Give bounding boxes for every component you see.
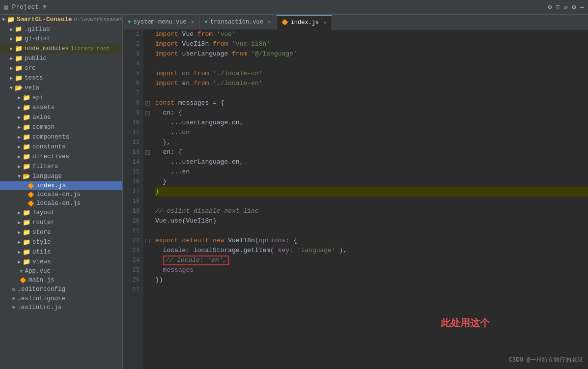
- code-line-19: // eslint-disable-next-line: [155, 206, 588, 216]
- tree-item-indexjs[interactable]: 🔶 index.js: [0, 181, 122, 190]
- ln-17: 17: [123, 187, 140, 197]
- dropdown-arrow: ▼: [43, 3, 47, 11]
- tree-item-filters[interactable]: ▶ 📁 filters: [0, 162, 122, 171]
- tree-item-api[interactable]: ▶ 📁 api: [0, 93, 122, 103]
- tree-item-gitlab[interactable]: ▶ 📁 .gitlab: [0, 25, 122, 34]
- tree-item-eslintrc[interactable]: ● .eslintrc.js: [0, 303, 122, 312]
- code-line-7: [155, 88, 588, 98]
- tab-transaction[interactable]: ▼ transaction.vue ✕: [199, 15, 276, 29]
- ln-19: 19: [123, 206, 140, 216]
- systemmenu-vue-icon: ▼: [128, 19, 131, 25]
- ln-6: 6: [123, 79, 140, 88]
- ln-24: 24: [123, 255, 140, 265]
- code-line-17: }: [155, 187, 588, 197]
- sort-icon[interactable]: ⇌: [564, 3, 568, 11]
- code-line-9: cn: {: [155, 108, 588, 118]
- tree-item-assets[interactable]: ▶ 📁 assets: [0, 103, 122, 113]
- assets-label: assets: [32, 104, 55, 111]
- constants-arrow: ▶: [16, 144, 23, 150]
- gitlab-icon: 📁: [15, 26, 22, 33]
- localecn-label: locale-cn.js: [36, 191, 81, 198]
- ln-18: 18: [123, 197, 140, 206]
- tree-item-router[interactable]: ▶ 📁 router: [0, 218, 122, 227]
- views-icon: 📁: [23, 258, 30, 266]
- style-label: style: [32, 239, 51, 246]
- tab-indexjs[interactable]: 🔶 index.js ✕: [277, 15, 332, 29]
- code-line-25: messages: [155, 265, 588, 275]
- tree-item-layout[interactable]: ▶ 📁 layout: [0, 208, 122, 218]
- tree-item-appvue[interactable]: ▼ App.vue: [0, 267, 122, 276]
- tree-item-eslintignore[interactable]: ● .eslintignore: [0, 294, 122, 303]
- fg-10: [143, 118, 151, 128]
- fg-8[interactable]: -: [143, 98, 151, 108]
- fg-9[interactable]: ○: [143, 108, 151, 118]
- ln-10: 10: [123, 118, 140, 128]
- layout-label: layout: [32, 209, 55, 216]
- indexjs-close[interactable]: ✕: [323, 19, 327, 26]
- tree-item-localecn[interactable]: 🔶 locale-cn.js: [0, 190, 122, 199]
- tree-item-vela[interactable]: ▼ 📂 vela: [0, 83, 122, 93]
- views-arrow: ▶: [16, 259, 23, 265]
- collapse-icon[interactable]: ≡: [556, 3, 560, 11]
- code-line-10: ...userLanguage.cn,: [155, 118, 588, 128]
- tree-item-components[interactable]: ▶ 📁 components: [0, 132, 122, 142]
- tree-item-directives[interactable]: ▶ 📁 directives: [0, 152, 122, 162]
- minimize-icon[interactable]: —: [580, 3, 584, 11]
- tree-item-editorconfig[interactable]: ⚙ .editorconfig: [0, 284, 122, 294]
- code-line-20: Vue.use(VueI18n): [155, 216, 588, 226]
- fg-22[interactable]: -: [143, 236, 151, 246]
- line-numbers: 1 2 3 4 5 6 7 8 9 10 11 12 13 14 15 16 1: [123, 29, 143, 369]
- tabs-bar: ▼ system-menu.vue ✕ ▼ transaction.vue ✕ …: [123, 15, 588, 29]
- fold-gutter: - ○ ○ -: [143, 29, 151, 369]
- settings-icon[interactable]: ⚙: [572, 3, 576, 11]
- code-line-22: export default new VueI18n(options: {: [155, 236, 588, 246]
- tree-item-views[interactable]: ▶ 📁 views: [0, 257, 122, 267]
- tree-item-axios[interactable]: ▶ 📁 axios: [0, 113, 122, 122]
- fg-23: [143, 246, 151, 255]
- vela-arrow: ▼: [8, 85, 15, 91]
- tree-item-nodemodules[interactable]: ▶ 📁 node_modules library root: [0, 44, 122, 54]
- tree-item-store[interactable]: ▶ 📁 store: [0, 227, 122, 237]
- language-label: language: [32, 173, 62, 180]
- filters-label: filters: [32, 163, 58, 170]
- tree-item-src[interactable]: ▶ 📁 src: [0, 63, 122, 73]
- project-label[interactable]: Project: [12, 3, 39, 11]
- code-line-3: import userLanguage from '@/language': [155, 49, 588, 59]
- code-line-15: ...en: [155, 167, 588, 177]
- ln-27: 27: [123, 285, 140, 295]
- tree-item-mainjs[interactable]: 🔶 main.js: [0, 276, 122, 284]
- tree-item-localeen[interactable]: 🔶 locale-en.js: [0, 199, 122, 208]
- tree-item-gldist[interactable]: ▶ 📁 gl-dist: [0, 34, 122, 44]
- indexjs-icon: 🔶: [28, 183, 34, 189]
- axios-label: axios: [32, 114, 51, 121]
- transaction-close[interactable]: ✕: [268, 19, 271, 25]
- code-content[interactable]: import Vue from 'vue' import VueI18n fro…: [151, 29, 588, 369]
- systemmenu-close[interactable]: ✕: [191, 19, 195, 25]
- language-icon: 📂: [23, 172, 30, 180]
- tree-item-language[interactable]: ▼ 📂 language: [0, 171, 122, 181]
- tree-root[interactable]: ▼ 📁 SmartGL-Console D:\wyworkspace\ensem…: [0, 15, 122, 25]
- tree-item-tests[interactable]: ▶ 📁 tests: [0, 73, 122, 83]
- tree-item-utils[interactable]: ▶ 📁 utils: [0, 247, 122, 257]
- ln-21: 21: [123, 226, 140, 236]
- locate-icon[interactable]: ⊕: [548, 3, 552, 11]
- ln-13: 13: [123, 147, 140, 157]
- tree-item-common[interactable]: ▶ 📁 common: [0, 122, 122, 132]
- fg-25: [143, 265, 151, 275]
- code-line-21: [155, 226, 588, 236]
- watermark: CSDN @一只特立独行的老鼠: [509, 356, 583, 364]
- ln-7: 7: [123, 88, 140, 98]
- ln-1: 1: [123, 29, 140, 39]
- style-icon: 📁: [23, 238, 30, 246]
- tree-item-style[interactable]: ▶ 📁 style: [0, 237, 122, 247]
- ln-16: 16: [123, 177, 140, 187]
- tree-item-public[interactable]: ▶ 📁 public: [0, 54, 122, 63]
- fg-13[interactable]: ○: [143, 147, 151, 157]
- api-label: api: [32, 94, 44, 101]
- directives-arrow: ▶: [16, 154, 23, 160]
- fg-24: [143, 255, 151, 265]
- tab-systemmenu[interactable]: ▼ system-menu.vue ✕: [123, 15, 199, 29]
- tree-item-constants[interactable]: ▶ 📁 constants: [0, 142, 122, 152]
- style-arrow: ▶: [16, 239, 23, 245]
- vela-label: vela: [25, 85, 39, 91]
